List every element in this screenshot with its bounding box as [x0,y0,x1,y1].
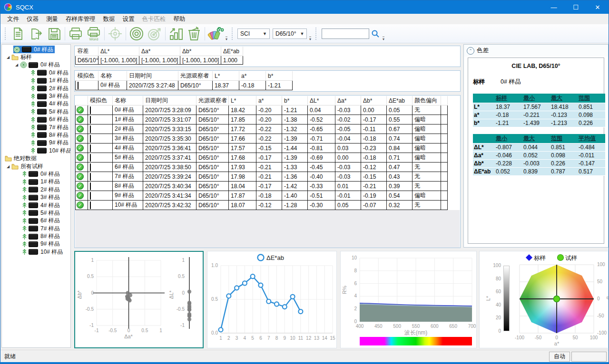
expander-icon[interactable]: ◢ [5,164,11,169]
cell: -0.147 [578,160,605,168]
toolbar-overflow-icon[interactable]: ▾ [226,37,227,41]
tree-item[interactable]: 3# 样品 [2,92,70,100]
svg-text:10: 10 [290,335,296,341]
table-row[interactable]: ✓4# 样品2020/7/25 3:36:41D65/10°17.57-0.15… [76,144,448,153]
statistics-chart-button[interactable] [167,25,185,42]
color-swatch [29,179,38,185]
print-word-button[interactable]: Word [85,25,103,42]
table-row[interactable]: 0# 样品2020/7/25 3:27:48D65/10°18.37-0.18-… [76,81,293,90]
table-row[interactable]: ✓0# 样品2020/7/25 3:28:09D65/10°18.42-0.20… [76,105,448,115]
table-row[interactable]: D65/10°[-1.000, 1.000][-1.000, 1.000][-1… [76,56,243,65]
cell: -1.28 [282,201,308,210]
expander-icon[interactable]: ◢ [13,63,20,67]
tree-item[interactable]: ◢0# 样品 [2,61,70,69]
menu-item-file[interactable]: 文件 [3,14,23,24]
collapse-panel-icon[interactable]: ⌃ [467,47,474,55]
tree-item[interactable]: 5# 样品 [2,209,70,217]
scatter-chart-panel[interactable]: -1-1-0.5-0.5000.50.511Δb*Δa*-1-0.500.51Δ… [74,251,204,348]
close-button[interactable]: ✕ [587,0,609,14]
sci-sce-dropdown[interactable]: SCI▼ [237,29,270,39]
toolbar-overflow-icon[interactable]: ▾ [309,37,311,41]
sample-tree-icon [30,124,36,131]
cell: 1.000 [221,56,243,65]
table-row[interactable]: ✓9# 样品2020/7/25 3:41:34D65/10°17.87-0.18… [76,191,448,201]
tree-item[interactable]: 2# 样品 [2,85,70,92]
save-button[interactable] [45,25,63,42]
tree-item[interactable]: 0# 样品 [2,170,70,178]
tree-item[interactable]: ◢标样 [2,53,70,61]
tree-item[interactable]: 6# 样品 [2,116,70,124]
export-button[interactable] [27,25,45,42]
tree-item[interactable]: 0# 样品 [2,69,70,77]
toolbar-overflow-icon[interactable]: ▾ [383,37,384,41]
deltae-trend-chart-panel[interactable]: 0.00.51.0123456789101112131415ΔE*ab [207,251,337,348]
cell: -0.484 [578,144,605,152]
maximize-button[interactable]: ☐ [565,0,587,14]
tree-item[interactable]: 9# 样品 [2,240,70,248]
tree-item[interactable]: 1# 样品 [2,178,70,186]
tree-item[interactable]: 8# 样品 [2,131,70,139]
svg-text:-1: -1 [89,323,94,328]
tree-item[interactable]: ◢所有试样 [2,163,70,170]
search-button[interactable] [369,28,382,40]
table-row[interactable]: ✓2# 样品2020/7/25 3:33:15D65/10°17.72-0.22… [76,125,448,134]
lab-gamut-chart-panel[interactable]: 标样试样100806040200L*-100-50050100a*100500-… [479,251,609,348]
tree-item[interactable]: 4# 样品 [2,201,70,209]
tree-item[interactable]: 4# 样品 [2,100,70,108]
menu-item-sample-library[interactable]: 存样库管理 [62,14,99,24]
table-row[interactable]: ✓7# 样品2020/7/25 3:39:24D65/10°17.98-0.21… [76,172,448,182]
menu-item-settings[interactable]: 设置 [119,14,138,24]
color-swatch [29,171,38,177]
table-row[interactable]: ✓8# 样品2020/7/25 3:40:34D65/10°18.04-0.17… [76,182,448,191]
standard-label: 标样 [473,78,501,86]
measure-standard-button[interactable] [128,25,146,42]
expander-icon[interactable]: ◢ [5,55,11,59]
tree-item[interactable]: 3# 样品 [2,193,70,201]
new-document-button[interactable] [9,25,27,42]
table-row[interactable]: ✓5# 样品2020/7/25 3:37:41D65/10°17.68-0.17… [76,153,448,163]
tree-item[interactable]: 8# 样品 [2,232,70,240]
app-window: SQCX — ☐ ✕ 文件仪器测量存样库管理数据设置色卡匹检帮助 Word▾SC… [0,0,609,364]
menu-item-measure[interactable]: 测量 [42,14,62,24]
cell [441,105,448,115]
tree-item[interactable]: 7# 样品 [2,225,70,232]
delete-trash-button[interactable] [185,25,203,42]
auto-button[interactable]: 自动 [549,352,570,362]
table-row[interactable]: ✓10# 样品2020/7/25 3:42:32D65/10°18.07-0.1… [76,201,448,210]
menu-item-data[interactable]: 数据 [99,14,119,24]
illuminant-observer-dropdown[interactable]: D65/10°▼ [273,29,307,39]
standard-target-icon [13,46,20,53]
reflectance-chart-panel[interactable]: 0246810400450500550600650700R%波长(nm) [340,251,477,348]
tree-item[interactable]: 7# 样品 [2,124,70,131]
tree-item[interactable]: 10# 样品 [2,147,70,154]
tree-item[interactable]: 绝对数据 [2,154,70,162]
table-row[interactable]: ✓6# 样品2020/7/25 3:38:50D65/10°17.93-0.21… [76,163,448,172]
cell: -0.011 [578,152,605,160]
sample-tree-icon [30,108,36,115]
svg-text:-0.5: -0.5 [177,307,185,312]
tree-item[interactable]: 6# 样品 [2,217,70,225]
table-row[interactable]: ✓1# 样品2020/7/25 3:31:07D65/10°17.85-0.20… [76,115,448,125]
cell: -0.18 [361,153,387,163]
cell: -0.01 [335,191,361,201]
print-button[interactable] [67,25,85,42]
window-bottom-border [0,362,609,364]
cell: -0.12 [256,201,282,210]
tree-item[interactable]: 5# 样品 [2,108,70,115]
tree-item[interactable]: 2# 样品 [2,186,70,193]
tree-item[interactable]: 0# 样品 [2,46,70,53]
color-match-button[interactable] [206,25,225,42]
cell: -0.21 [256,172,282,182]
svg-text:试样: 试样 [565,255,578,261]
search-input[interactable] [322,29,369,39]
tree-item[interactable]: 9# 样品 [2,139,70,147]
tree-item[interactable]: 1# 样品 [2,77,70,85]
table-row[interactable]: ✓3# 样品2020/7/25 3:35:30D65/10°17.66-0.22… [76,134,448,144]
menu-item-instrument[interactable]: 仪器 [23,14,42,24]
minimize-button[interactable]: — [543,0,565,14]
cell: 0.851 [578,103,605,111]
cell: 18.37 [213,81,239,90]
column-header: ΔL* [308,96,335,105]
tree-item[interactable]: 10# 样品 [2,248,70,256]
menu-item-help[interactable]: 帮助 [170,14,189,24]
